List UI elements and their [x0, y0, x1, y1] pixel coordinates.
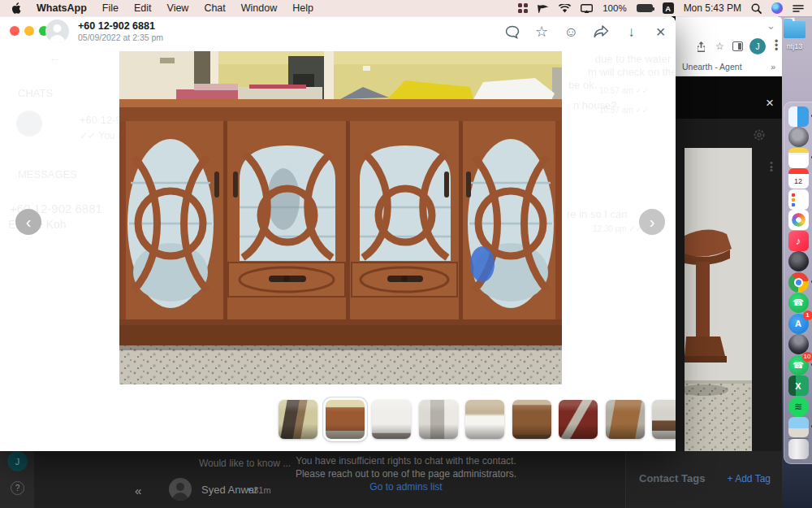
battery-percentage: 100% — [603, 3, 626, 13]
lightbox-close-icon[interactable]: × — [766, 96, 774, 110]
browser-window: ⌄ ☆ J ••• Unearth - Agent » × ••• — [676, 16, 782, 451]
wifi-icon[interactable] — [559, 4, 571, 13]
ghost-msg-2: m will check on the — [588, 66, 676, 78]
viewer-actions: ☆ ☺ ↓ × — [505, 16, 667, 47]
forward-icon[interactable] — [594, 25, 609, 38]
chat-bubble-icon[interactable] — [505, 25, 520, 39]
thumbnail-3[interactable] — [372, 400, 411, 439]
lightbox-menu-icon[interactable]: ••• — [770, 161, 773, 172]
dock-preview-icon[interactable] — [788, 417, 809, 437]
download-icon[interactable]: ↓ — [624, 25, 638, 39]
ghost-time-1: 10:57 am ✓✓ — [599, 86, 649, 95]
ghost-msg-3: be ok. — [568, 79, 597, 91]
control-center-icon[interactable] — [793, 4, 804, 13]
status-grid-icon[interactable] — [518, 3, 528, 13]
thumbnail-8[interactable] — [606, 400, 645, 439]
dock-chrome-icon[interactable] — [788, 272, 809, 293]
bookmarks-bar: Unearth - Agent » — [676, 57, 782, 76]
thumbnail-6[interactable] — [512, 400, 551, 439]
bookmark-star-icon[interactable]: ☆ — [715, 41, 724, 52]
dock-dark-utility-icon[interactable] — [788, 251, 809, 271]
browser-toolbar: ⌄ ☆ J ••• — [676, 16, 782, 57]
star-icon[interactable]: ☆ — [535, 24, 549, 39]
dock-calendar-icon[interactable]: 12 — [788, 168, 809, 189]
browser-menu-icon[interactable]: ••• — [775, 40, 778, 52]
emoji-icon[interactable]: ☺ — [564, 25, 578, 39]
thumbnail-5[interactable] — [465, 400, 504, 439]
gear-icon[interactable] — [753, 128, 766, 141]
main-photo[interactable] — [119, 51, 562, 384]
chevron-down-icon[interactable]: ⌄ — [767, 20, 775, 32]
input-source-icon[interactable]: A — [663, 2, 674, 14]
appstore-badge: 1 — [803, 310, 812, 320]
dock-launchpad-icon[interactable] — [788, 127, 809, 147]
menu-chat[interactable]: Chat — [204, 2, 225, 14]
table-photo[interactable] — [685, 148, 752, 451]
bookmarks-overflow[interactable]: » — [771, 62, 782, 72]
thumbnail-1[interactable] — [279, 400, 317, 439]
menu-clock[interactable]: Mon 5:43 PM — [684, 2, 741, 14]
ghost-back-arrow: ← — [49, 50, 62, 65]
thumbnail-4[interactable] — [419, 400, 458, 439]
viewer-header: +60 12-902 6881 05/09/2022 at 2:35 pm ☆ … — [0, 16, 676, 47]
dock-whatsapp-alt-icon[interactable]: ☎10 — [788, 355, 809, 376]
whatsapp-media-viewer: ← Eunice Koh CHATS +60 12-902 6881 ✓✓ Yo… — [0, 16, 676, 451]
menu-window[interactable]: Window — [241, 2, 277, 14]
close-viewer-icon[interactable]: × — [654, 24, 667, 40]
contact-tags-label: Contact Tags — [639, 472, 705, 484]
thumbnail-9[interactable] — [652, 400, 676, 439]
side-panel-icon[interactable] — [732, 41, 743, 51]
desktop-folder-label: ntj13 — [780, 42, 810, 50]
thumbnail-7[interactable] — [559, 400, 598, 439]
spotlight-search-icon[interactable] — [751, 3, 762, 14]
contact-avatar[interactable] — [169, 478, 192, 501]
screen-mirroring-icon[interactable] — [581, 4, 593, 13]
go-to-admins-link[interactable]: Go to admins list — [369, 481, 442, 493]
ghost-messages-label: MESSAGES — [18, 168, 77, 180]
ghost-time-2: 10:57 am ✓✓ — [599, 106, 649, 115]
ghost-msg-5: re in so I can — [567, 208, 627, 220]
menu-bar: WhatsApp File Edit View Chat Window Help… — [0, 0, 812, 16]
close-window-button[interactable] — [10, 26, 19, 36]
dock-excel-icon[interactable]: X — [788, 376, 809, 396]
menu-help[interactable]: Help — [292, 2, 313, 14]
dock-reminders-icon[interactable] — [788, 189, 809, 210]
desktop-folder-icon[interactable] — [784, 21, 806, 38]
dock-trash-icon[interactable] — [788, 439, 809, 459]
thumbnail-2-selected[interactable] — [326, 400, 365, 439]
menu-view[interactable]: View — [167, 2, 189, 14]
dock-finder-icon[interactable] — [788, 106, 809, 127]
siri-icon[interactable] — [771, 2, 783, 14]
minimize-window-button[interactable] — [24, 26, 34, 36]
ghost-time-3: 12:30 pm ✓✓ — [593, 224, 642, 233]
bookmark-item[interactable]: Unearth - Agent — [676, 62, 742, 72]
previous-image-button[interactable]: ‹ — [15, 209, 41, 235]
status-flag-icon[interactable] — [538, 4, 549, 13]
add-tag-button[interactable]: + Add Tag — [728, 473, 771, 484]
collapse-panel-icon[interactable]: « — [135, 484, 141, 497]
dock-music-icon[interactable]: ♪ — [788, 231, 809, 251]
menu-edit[interactable]: Edit — [134, 2, 152, 14]
notice-line-2: one of the page administrators. — [382, 468, 516, 480]
menu-app-name[interactable]: WhatsApp — [37, 2, 87, 14]
battery-icon[interactable] — [637, 4, 653, 12]
message-preview[interactable]: Would like to know ... — [199, 458, 291, 469]
contact-time: 31m — [248, 484, 271, 496]
next-image-button[interactable]: › — [639, 209, 665, 235]
user-avatar[interactable]: J — [7, 451, 28, 471]
dock-appstore-icon[interactable]: A1 — [788, 314, 809, 334]
sender-avatar[interactable] — [45, 20, 69, 43]
share-icon[interactable] — [697, 41, 706, 52]
dock-spotify-icon[interactable]: ≋ — [788, 397, 809, 417]
browser-profile-avatar[interactable]: J — [749, 38, 766, 54]
apple-menu-icon[interactable] — [11, 2, 21, 14]
menu-file[interactable]: File — [102, 2, 119, 14]
webpage-bottom-strip: J ? « Would like to know ... Syed Anwar … — [0, 451, 782, 508]
webpage-lightbox: × ••• — [676, 76, 782, 451]
dock-notes-icon[interactable] — [788, 148, 809, 168]
contact-tags-panel: Contact Tags + Add Tag — [625, 451, 782, 508]
omnibox-end: ☆ — [690, 37, 737, 55]
rights-notice: You have insufficient rights to chat wit… — [284, 454, 528, 493]
help-icon[interactable]: ? — [11, 481, 24, 495]
dock-photos-icon[interactable] — [788, 210, 809, 230]
